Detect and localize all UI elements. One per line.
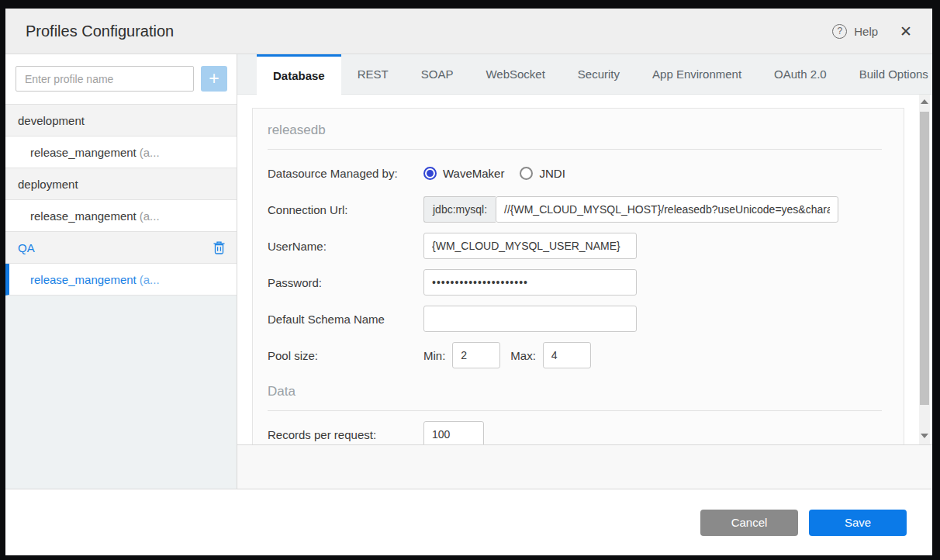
connection-url-row: Connection Url: jdbc:mysql: (268, 196, 882, 223)
vertical-scrollbar[interactable] (919, 95, 930, 444)
radio-selected-icon (423, 167, 437, 180)
tab-websocket[interactable]: WebSocket (469, 54, 561, 94)
records-per-request-label: Records per request: (268, 428, 423, 441)
profile-name-input[interactable] (16, 66, 194, 92)
sidebar-item-release-mangement-3-selected[interactable]: release_mangement (a... (5, 264, 237, 296)
close-icon[interactable]: ✕ (900, 24, 912, 39)
tab-content-viewport: releasedb Datasource Managed by: WaveMak… (237, 95, 932, 445)
datasource-row: Datasource Managed by: WaveMaker JNDI (268, 160, 882, 186)
default-schema-input[interactable] (423, 306, 637, 332)
dialog-header: Profiles Configuration ? Help ✕ (5, 9, 932, 54)
profile-add-row: + (5, 54, 237, 104)
pool-min-label: Min: (423, 349, 445, 362)
database-form-panel: releasedb Datasource Managed by: WaveMak… (252, 108, 904, 445)
radio-jndi[interactable]: JNDI (520, 167, 565, 180)
sidebar-item-qa[interactable]: QA (5, 232, 237, 264)
tab-soap[interactable]: SOAP (405, 54, 470, 94)
sidebar-item-development[interactable]: development (5, 105, 237, 137)
sidebar-item-release-mangement-1[interactable]: release_mangement (a... (5, 137, 237, 168)
page-title: Profiles Configuration (26, 22, 832, 40)
sidebar-item-release-mangement-2[interactable]: release_mangement (a... (5, 200, 237, 232)
add-profile-button[interactable]: + (201, 66, 227, 92)
main-content: Database REST SOAP WebSocket Security Ap… (237, 54, 932, 489)
sidebar-empty-area (5, 296, 237, 489)
jdbc-prefix-addon: jdbc:mysql: (423, 196, 496, 223)
save-button[interactable]: Save (809, 510, 907, 536)
records-per-request-row: Records per request: (268, 421, 882, 445)
profiles-configuration-dialog: Profiles Configuration ? Help ✕ + develo… (5, 9, 932, 555)
profiles-sidebar: + development release_mangement (a... de… (5, 54, 237, 489)
default-schema-label: Default Schema Name (268, 313, 423, 326)
radio-unselected-icon (520, 167, 533, 180)
tab-bar: Database REST SOAP WebSocket Security Ap… (237, 54, 932, 95)
dialog-footer: Cancel Save (5, 489, 932, 555)
password-input[interactable] (423, 269, 637, 296)
section-title-releasedb: releasedb (268, 119, 882, 150)
tab-security[interactable]: Security (562, 54, 636, 94)
scrollbar-down-arrow-icon[interactable] (919, 430, 930, 441)
username-input[interactable] (423, 233, 637, 259)
sidebar-item-deployment[interactable]: deployment (5, 168, 237, 200)
help-button[interactable]: ? Help (832, 24, 878, 39)
pool-max-input[interactable] (543, 342, 591, 368)
dialog-body: + development release_mangement (a... de… (5, 54, 932, 489)
scrollbar-up-arrow-icon[interactable] (919, 96, 930, 107)
cancel-button[interactable]: Cancel (700, 510, 798, 536)
section-title-data: Data (268, 381, 882, 411)
help-label: Help (854, 25, 878, 38)
connection-url-input[interactable] (496, 196, 838, 223)
radio-wavemaker[interactable]: WaveMaker (423, 167, 504, 180)
pool-max-label: Max: (510, 349, 536, 362)
delete-profile-icon[interactable] (213, 240, 226, 255)
password-label: Password: (268, 276, 423, 289)
default-schema-row: Default Schema Name (268, 306, 882, 332)
tab-database[interactable]: Database (257, 54, 341, 95)
connection-url-label: Connection Url: (268, 203, 423, 216)
tab-app-environment[interactable]: App Environment (636, 54, 758, 94)
tab-build-options[interactable]: Build Options (843, 54, 940, 94)
pool-min-input[interactable] (452, 342, 500, 368)
help-icon: ? (832, 24, 847, 39)
username-label: UserName: (268, 240, 423, 253)
tab-rest[interactable]: REST (341, 54, 405, 94)
tab-oauth[interactable]: OAuth 2.0 (758, 54, 843, 94)
profiles-list: development release_mangement (a... depl… (5, 104, 237, 296)
password-row: Password: (268, 269, 882, 296)
username-row: UserName: (268, 233, 882, 259)
datasource-label: Datasource Managed by: (268, 167, 423, 180)
records-per-request-input[interactable] (423, 421, 484, 445)
scrollbar-thumb[interactable] (920, 112, 929, 405)
pool-size-row: Pool size: Min: Max: (268, 342, 882, 368)
tab-pane-lower-strip (237, 445, 932, 489)
pool-size-label: Pool size: (268, 349, 423, 362)
